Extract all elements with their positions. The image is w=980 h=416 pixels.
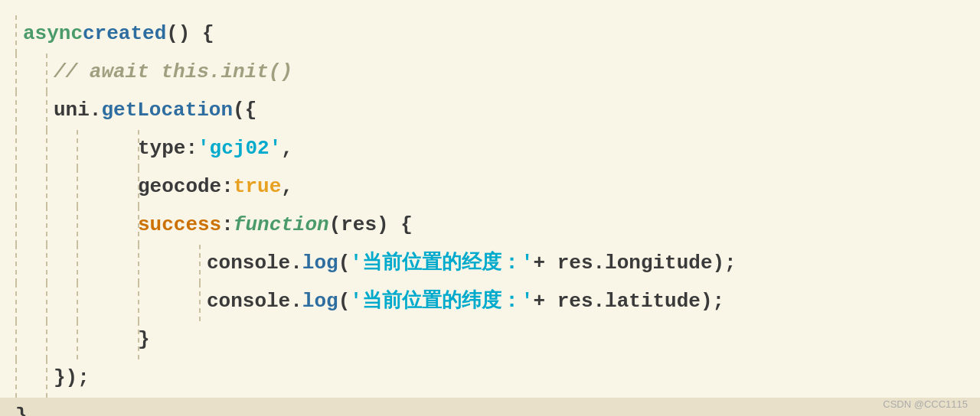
code-line-9: } bbox=[15, 321, 965, 359]
watermark: CSDN @CCC1115 bbox=[883, 398, 968, 410]
method-log-1: log bbox=[302, 248, 338, 280]
string-latitude: '当前位置的纬度：' bbox=[350, 286, 533, 318]
keyword-async: async bbox=[23, 18, 83, 50]
code-line-8: console.log('当前位置的纬度：' + res.latitude); bbox=[15, 283, 965, 321]
method-created: created bbox=[83, 18, 166, 50]
code-line-1: async created() { bbox=[15, 15, 965, 54]
method-getlocation: getLocation bbox=[101, 95, 233, 127]
code-line-5: geocode:true, bbox=[15, 168, 965, 206]
code-line-4: type: 'gcj02', bbox=[15, 130, 965, 168]
property-success: success bbox=[138, 210, 221, 242]
method-log-2: log bbox=[302, 286, 338, 318]
code-block: async created() { // await this.init() u… bbox=[0, 8, 980, 416]
code-line-3: uni.getLocation({ bbox=[15, 92, 965, 130]
keyword-function: function bbox=[234, 210, 329, 242]
code-line-7: console.log('当前位置的经度：' + res.longitude); bbox=[15, 245, 965, 283]
code-container: async created() { // await this.init() u… bbox=[0, 0, 980, 416]
code-line-11: }, bbox=[0, 398, 980, 416]
code-line-10: }); bbox=[15, 359, 965, 398]
code-line-6: success: function (res) { bbox=[15, 206, 965, 245]
string-longitude: '当前位置的经度：' bbox=[350, 248, 533, 280]
code-line-2: // await this.init() bbox=[15, 54, 965, 92]
comment-init: // await this.init() bbox=[54, 57, 292, 89]
boolean-true: true bbox=[234, 171, 281, 203]
string-gcj02: 'gcj02' bbox=[198, 133, 281, 165]
